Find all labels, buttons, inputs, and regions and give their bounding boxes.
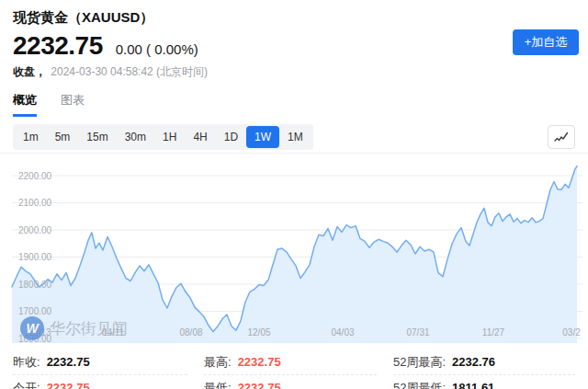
stat-high: 最高: 2232.75 (204, 349, 377, 375)
instrument-header: 现货黄金（XAUUSD） 2232.75 0.00 ( 0.00%) 收盘， 2… (0, 0, 588, 80)
timeframe-toolbar: 1m 5m 15m 30m 1H 4H 1D 1W 1M (13, 124, 575, 150)
stat-open: 今开: 2232.75 (13, 375, 187, 389)
price-change: 0.00 ( 0.00%) (116, 41, 198, 57)
price-chart-container: 2200.002100.002000.001900.001800.001700.… (0, 153, 588, 343)
y-axis-label: 1700.00 (18, 306, 52, 316)
watermark-brand: 华尔街见闻 (50, 320, 128, 338)
timeframe-1h[interactable]: 1H (154, 126, 185, 148)
x-axis-label: 04/03 (331, 327, 354, 338)
add-watchlist-button[interactable]: +加自选 (513, 29, 579, 55)
stat-value: 2232.75 (238, 381, 281, 389)
last-price: 2232.75 (13, 33, 103, 59)
x-axis-label: 08/08 (179, 327, 202, 338)
tab-chart[interactable]: 图表 (61, 92, 85, 117)
x-axis-label: 12/05 (247, 327, 270, 338)
stat-label: 昨收: (13, 354, 40, 371)
y-axis-label: 2200.00 (18, 171, 52, 181)
stats-grid: 昨收: 2232.75 最高: 2232.75 52周最高: 2232.76 今… (0, 343, 588, 389)
stat-value: 2232.76 (452, 355, 495, 369)
view-tabs: 概览 图表 (0, 92, 588, 117)
x-axis-label: 11/27 (482, 327, 505, 338)
close-info: 收盘， 2024-03-30 04:58:42 (北京时间) (13, 64, 575, 80)
timeframe-5m[interactable]: 5m (47, 126, 79, 148)
watermark-logo-letter: W (26, 321, 40, 336)
line-chart-icon (554, 132, 569, 143)
stat-label: 最高: (204, 354, 232, 371)
timeframe-15m[interactable]: 15m (78, 126, 116, 148)
stat-52w-low: 52周最低: 1811.61 (393, 375, 575, 389)
stat-prev-close: 昨收: 2232.75 (13, 349, 187, 375)
timeframe-1m[interactable]: 1m (15, 126, 47, 148)
y-axis-label: 1800.00 (18, 280, 52, 290)
watermark: W华尔街见闻 (20, 316, 128, 340)
timeframe-1m-month[interactable]: 1M (279, 126, 311, 148)
stat-label: 52周最低: (393, 380, 446, 389)
stat-label: 最低: (204, 380, 232, 389)
instrument-title: 现货黄金（XAUUSD） (13, 9, 575, 27)
price-area-fill (12, 166, 577, 343)
stat-value: 1811.61 (452, 381, 494, 389)
stat-value: 2232.75 (47, 381, 90, 389)
y-axis-label: 1900.00 (18, 252, 52, 262)
price-row: 2232.75 0.00 ( 0.00%) (13, 33, 575, 59)
price-chart[interactable]: 2200.002100.002000.001900.001800.001700.… (0, 154, 588, 343)
market-status-label: 收盘， (13, 65, 46, 78)
timeframe-4h[interactable]: 4H (185, 126, 215, 148)
x-axis-label: 07/31 (406, 327, 429, 338)
tab-overview[interactable]: 概览 (13, 92, 37, 117)
stat-label: 52周最高: (393, 354, 446, 371)
timeframe-1d[interactable]: 1D (216, 126, 246, 148)
close-timestamp: 2024-03-30 04:58:42 (北京时间) (51, 65, 208, 78)
stat-low: 最低: 2232.75 (204, 375, 377, 389)
timeframe-30m[interactable]: 30m (117, 126, 154, 148)
chart-type-button[interactable] (548, 125, 575, 149)
stat-value: 2232.75 (47, 355, 90, 369)
stat-52w-high: 52周最高: 2232.76 (393, 349, 575, 375)
y-axis-label: 2000.00 (18, 225, 52, 235)
x-axis-label: 03/2 (562, 327, 581, 338)
stat-value: 2232.75 (238, 355, 281, 369)
timeframe-bar: 1m 5m 15m 30m 1H 4H 1D 1W 1M (13, 124, 313, 150)
stat-label: 今开: (13, 380, 40, 389)
y-axis-label: 2100.00 (18, 198, 52, 208)
timeframe-1w[interactable]: 1W (246, 126, 279, 148)
